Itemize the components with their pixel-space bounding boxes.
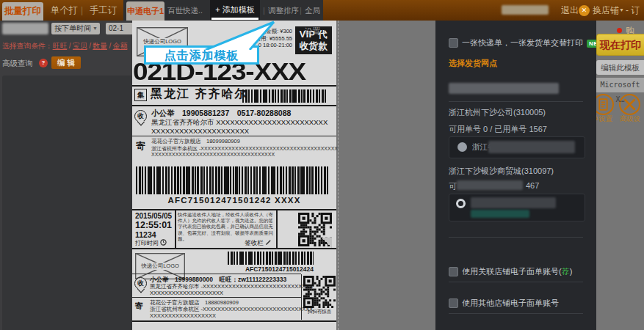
tab-separator: | (81, 0, 83, 21)
use-other-label: 使用其他店铺电子面单账号 (462, 298, 559, 309)
recommended-mark: 荐 (562, 267, 570, 276)
reorder-button[interactable]: 调整排序 (268, 0, 299, 21)
stub-barcode (228, 252, 314, 265)
tab-batch-print[interactable]: 批量打印 (2, 2, 43, 21)
blurred-search-input[interactable] (2, 23, 48, 34)
choose-outlet-link[interactable]: 选择发货网点 (449, 58, 497, 69)
destination-barcode (242, 89, 326, 103)
help-icon[interactable]: ? (39, 59, 48, 67)
template-tab-bar: 申通电子1 百世快递.. + 添加模板 | 调整排序 | 全局设置 (123, 0, 323, 21)
blurred-address (488, 141, 575, 153)
tear-corner (322, 238, 332, 248)
date-field[interactable]: 02-1 (106, 23, 132, 34)
tab-manual-order[interactable]: 手工订单 (86, 1, 120, 20)
outlet1-name: 浙江杭州下沙公司(310005) (449, 107, 546, 118)
outlet2-name: 浙江下沙银沙商贸城(310097) (449, 166, 554, 177)
print-date: 2015/05/05 (135, 212, 172, 220)
switch-shop-link[interactable]: 换店铺 (593, 0, 619, 21)
use-linked-checkbox[interactable] (449, 267, 458, 276)
print-time-text: 打印时间 (135, 240, 159, 246)
edit-template-button[interactable]: 编辑此模板 (596, 60, 644, 75)
outlet2-option[interactable] (449, 194, 585, 221)
alternate-print-text: 一张快递单，一张发货单交替打印 (462, 38, 583, 47)
add-template-highlight (211, 18, 258, 20)
outlet2-usage-prefix: 可 (449, 182, 457, 191)
global-settings-button[interactable]: 全局设置 (305, 0, 323, 41)
print-time: 12:55:01 (135, 220, 172, 230)
blurred-shop-name (502, 5, 549, 15)
cut-line (338, 21, 339, 330)
waybill-settings-panel: 一张快递单，一张发货单交替打印NEW 选择发货网点 浙江杭州下沙公司(31000… (435, 21, 596, 330)
chevron-down-icon: ▼ (93, 23, 98, 34)
receiver-address-2: XXXXXXXXXXXXXXXXXXXXX (151, 127, 249, 135)
qr-code-stub (303, 276, 336, 308)
advanced-query-label: 高级查询 (2, 59, 33, 69)
stub-barcode-text: AFC7150124715012424 (233, 265, 314, 273)
query-link-amount[interactable]: 金额 (113, 42, 128, 50)
logout-link[interactable]: 退出 (561, 0, 579, 21)
advanced-settings-label: 高级设 (617, 114, 643, 124)
print-now-button[interactable]: 现在打印 (596, 34, 644, 56)
cod-value: ¥300 (280, 28, 292, 34)
waybill-barcode-text: AFC715012471501242 XXXX (132, 196, 336, 205)
radio-selected-icon[interactable] (456, 199, 466, 208)
blurred-outlet-row (449, 83, 559, 94)
order-list-panel: 按下单时间 ▼ 02-1 选择查询条件：旺旺 / 宝贝 / 数量 / 金额 高级… (0, 21, 132, 330)
tab-template-best[interactable]: 百世快递.. (167, 0, 203, 21)
print-time-label: 打印时间 (135, 239, 167, 247)
pencil-icon (265, 239, 272, 246)
vip-line2: 收货款 (295, 40, 332, 52)
query-link-item[interactable]: 宝贝 (73, 42, 87, 50)
stub-sender-address-2: XXXXXXXXXXXXXXXXXX (150, 312, 216, 319)
waybill-barcode (136, 166, 330, 194)
signature-text: 签收栏 (245, 239, 264, 246)
edit-query-button[interactable]: 编 辑 (51, 56, 81, 69)
dimmed-order-table (2, 76, 132, 330)
waybill-preview: 快递公司LOGO 代收金额: ¥300 保价费用: ¥5555.55 0 18:… (132, 21, 336, 330)
paren: ) (570, 267, 573, 276)
outlet2-usage-count: 467 (526, 181, 539, 190)
delivery-terms: 快件递送收件人地址，经收件人或收件人（寄件人）允许的代收人签字，视为送达。您的签… (178, 212, 273, 242)
guide-tooltip-arrow (198, 21, 279, 50)
receiver-pin-icon: 收 (134, 277, 147, 290)
outlet1-option[interactable]: 浙江省 (449, 136, 585, 158)
tab-single-print[interactable]: 单个打印 (47, 1, 82, 20)
outlet1-usage: 可用单号 0 / 已用单号 1567 (449, 124, 547, 135)
query-conditions-row: 选择查询条件：旺旺 / 宝贝 / 数量 / 金额 (2, 41, 127, 51)
query-sep: / (67, 42, 73, 50)
sort-dropdown-value: 按下单时间 (54, 24, 91, 32)
qr-caption: 扫扫有惊喜 (300, 309, 339, 315)
query-link-quantity[interactable]: 数量 (93, 42, 107, 50)
query-prefix: 选择查询条件： (2, 42, 53, 50)
print-number: 11234 (135, 230, 156, 239)
query-link-wangwang[interactable]: 旺旺 (53, 42, 68, 50)
notification-dot (617, 28, 622, 33)
sender-tag: 寄 (136, 140, 145, 153)
sender-name-phone: 花花公子官方旗舰店 18099980909 (151, 138, 240, 145)
radio-icon[interactable] (457, 142, 467, 152)
receiver-pin-icon: 收 (134, 110, 147, 122)
use-other-checkbox[interactable] (449, 298, 458, 308)
use-linked-label: 使用关联店铺电子面单账号(荐) (462, 266, 572, 277)
strip-separator: | (263, 0, 265, 21)
stub-receiver-address-2: XXXXXXXXXXXXXXXXXXXX (150, 290, 223, 296)
courier-logo-text: 快递公司LOGO (142, 38, 183, 45)
close-icon[interactable]: ✕ (579, 5, 590, 16)
blurred-address (471, 197, 556, 208)
destination-city: 黑龙江 齐齐哈尔 (151, 87, 247, 102)
alternate-print-label: 一张快递单，一张发货单交替打印NEW (462, 37, 606, 48)
blurred-usage (457, 180, 523, 190)
sort-dropdown[interactable]: 按下单时间 ▼ (51, 23, 100, 34)
signature-label: 签收栏 (226, 239, 272, 248)
stub-sender-tag: 寄 (135, 301, 143, 312)
sender-address-2: XXXXXXXXXXXXXXXXXXXXXXXXXXXXXXXXXXXX (151, 152, 275, 157)
use-linked-text: 使用关联店铺电子面单账号 (462, 267, 559, 276)
alternate-print-checkbox[interactable] (449, 38, 458, 48)
tab-template-shentong[interactable]: 申通电子1 (126, 1, 164, 21)
collect-mark: 集 (134, 89, 147, 101)
blurred-address-teal (471, 210, 529, 218)
clock-icon (160, 239, 167, 246)
outlet2-usage: 可 (449, 181, 457, 192)
printer-select[interactable]: Microsoft X… (596, 78, 644, 92)
query-sep: / (107, 42, 113, 50)
